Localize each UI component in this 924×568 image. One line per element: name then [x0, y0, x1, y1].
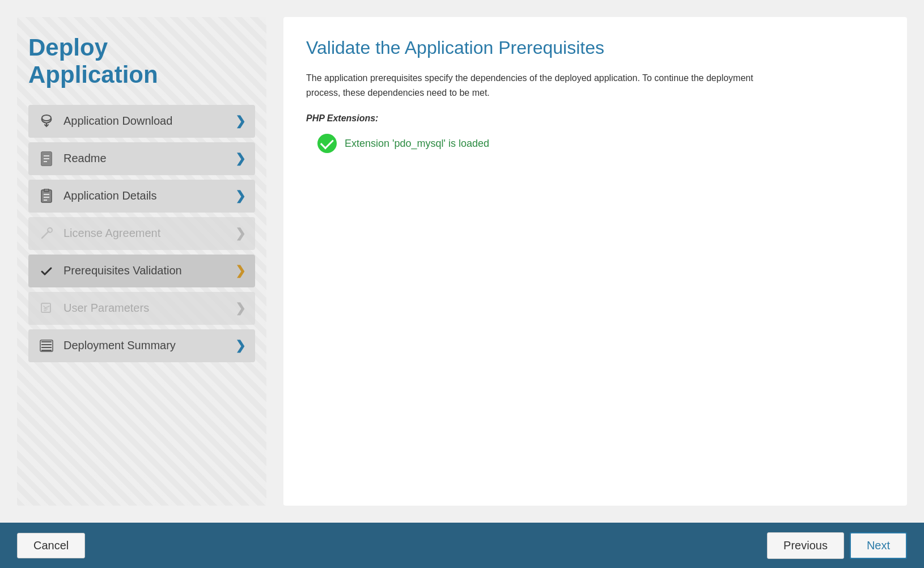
user-icon — [36, 298, 57, 319]
sidebar-item-application-download[interactable]: Application Download ❯ — [28, 105, 255, 138]
main-panel: Validate the Application Prerequisites T… — [283, 17, 907, 506]
sidebar-item-label-application-download: Application Download — [63, 115, 227, 128]
cancel-button[interactable]: Cancel — [17, 533, 85, 558]
footer: Cancel Previous Next — [0, 523, 924, 568]
footer-right-buttons: Previous Next — [767, 532, 907, 559]
sidebar-item-label-application-details: Application Details — [63, 189, 227, 202]
sidebar-item-readme[interactable]: Readme ❯ — [28, 142, 255, 175]
download-icon — [36, 111, 57, 132]
previous-button[interactable]: Previous — [767, 532, 844, 559]
sidebar-title: Deploy Application — [28, 34, 255, 89]
arrow-icon-deployment-summary: ❯ — [231, 337, 249, 355]
svg-line-11 — [42, 231, 49, 238]
sidebar-item-application-details[interactable]: Application Details ❯ — [28, 180, 255, 213]
readme-icon — [36, 149, 57, 169]
arrow-icon-user-parameters: ❯ — [231, 299, 249, 317]
sidebar: Deploy Application Application Download … — [17, 17, 266, 506]
sidebar-item-label-user-parameters: User Parameters — [63, 302, 227, 315]
next-button[interactable]: Next — [850, 532, 907, 559]
sidebar-item-deployment-summary[interactable]: Deployment Summary ❯ — [28, 329, 255, 362]
arrow-icon-application-details: ❯ — [231, 187, 249, 205]
sidebar-item-user-parameters: User Parameters ❯ — [28, 292, 255, 325]
prereq-icon — [36, 261, 57, 281]
extension-text: Extension 'pdo_mysql' is loaded — [345, 138, 489, 150]
arrow-icon-prerequisites-validation: ❯ — [231, 262, 249, 280]
svg-point-0 — [42, 115, 51, 121]
license-icon — [36, 223, 57, 244]
page-title: Validate the Application Prerequisites — [306, 37, 884, 58]
extension-item: Extension 'pdo_mysql' is loaded — [306, 134, 884, 153]
sidebar-item-label-deployment-summary: Deployment Summary — [63, 339, 227, 352]
nav-items: Application Download ❯ Readme ❯ — [28, 105, 255, 362]
sidebar-item-prerequisites-validation[interactable]: Prerequisites Validation ❯ — [28, 255, 255, 287]
svg-rect-7 — [44, 189, 49, 192]
sidebar-item-license-agreement: License Agreement ❯ — [28, 217, 255, 250]
appdetails-icon — [36, 186, 57, 206]
sidebar-item-label-prerequisites-validation: Prerequisites Validation — [63, 264, 227, 277]
arrow-icon-readme: ❯ — [231, 150, 249, 168]
sidebar-item-label-license-agreement: License Agreement — [63, 227, 227, 240]
page-description: The application prerequisites specify th… — [306, 71, 760, 100]
arrow-icon-application-download: ❯ — [231, 112, 249, 130]
check-icon — [317, 134, 337, 153]
deploy-icon — [36, 336, 57, 356]
arrow-icon-license-agreement: ❯ — [231, 224, 249, 243]
section-label: PHP Extensions: — [306, 113, 884, 124]
svg-point-12 — [48, 228, 52, 232]
sidebar-item-label-readme: Readme — [63, 152, 227, 165]
